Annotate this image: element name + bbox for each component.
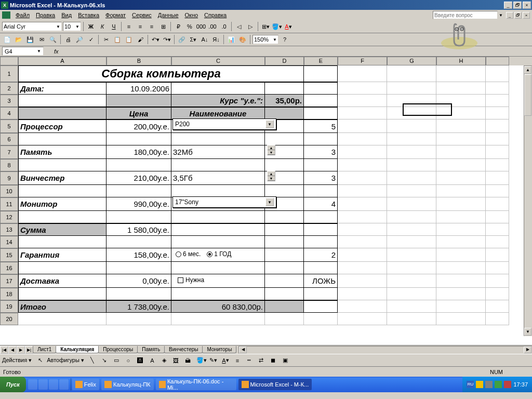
menu-file[interactable]: Файл bbox=[12, 11, 33, 19]
cell[interactable] bbox=[436, 171, 486, 185]
row-header[interactable]: 13 bbox=[0, 223, 18, 236]
chevron-down-icon[interactable]: ▼ bbox=[265, 198, 274, 206]
tray-icon[interactable] bbox=[476, 381, 483, 388]
clipart-tool[interactable]: 🖼 bbox=[171, 355, 181, 366]
sheet-tab[interactable]: Память bbox=[137, 346, 165, 353]
cell[interactable] bbox=[171, 82, 265, 95]
sort-asc[interactable]: А↓ bbox=[200, 34, 210, 45]
ql-icon[interactable] bbox=[59, 379, 69, 390]
cell[interactable] bbox=[304, 313, 338, 325]
borders-button[interactable]: ⊞▾ bbox=[260, 21, 271, 32]
cell[interactable]: 1 738,00у.е. bbox=[107, 300, 171, 313]
row-header[interactable]: 16 bbox=[0, 262, 18, 274]
cell[interactable]: Курс "у.е.": bbox=[171, 95, 265, 107]
cell[interactable] bbox=[436, 248, 486, 262]
cell[interactable] bbox=[171, 288, 265, 300]
textbox-tool[interactable]: 🅰 bbox=[135, 355, 145, 366]
cell[interactable] bbox=[304, 159, 338, 171]
cell[interactable] bbox=[486, 223, 509, 236]
cell[interactable] bbox=[436, 236, 486, 248]
cell[interactable] bbox=[436, 185, 486, 197]
cell[interactable] bbox=[387, 107, 436, 119]
lang-indicator[interactable]: RU bbox=[467, 381, 474, 388]
shadow-style[interactable]: ◼ bbox=[268, 355, 278, 366]
cell[interactable]: Наименование bbox=[171, 107, 265, 119]
cell[interactable] bbox=[436, 159, 486, 171]
doc-close[interactable]: × bbox=[523, 12, 530, 19]
cell[interactable]: Процессор bbox=[18, 119, 107, 133]
cell[interactable] bbox=[387, 145, 436, 159]
cell[interactable] bbox=[338, 159, 387, 171]
increase-decimal[interactable]: .00 bbox=[207, 21, 218, 32]
currency-button[interactable]: ₽ bbox=[173, 21, 183, 32]
cell[interactable] bbox=[265, 274, 304, 288]
warranty-6mo[interactable]: 6 мес. bbox=[176, 250, 201, 258]
cell[interactable]: Винчестер bbox=[18, 171, 107, 185]
cell[interactable] bbox=[387, 185, 436, 197]
paste-button[interactable]: 📋 bbox=[124, 34, 134, 45]
start-button[interactable]: Пуск bbox=[0, 377, 26, 392]
cell[interactable] bbox=[171, 262, 265, 274]
cell[interactable] bbox=[107, 95, 171, 107]
col-G[interactable]: G bbox=[387, 57, 436, 65]
cell[interactable] bbox=[265, 300, 304, 313]
cell[interactable] bbox=[436, 119, 486, 133]
tray-icon[interactable] bbox=[504, 381, 511, 388]
tab-prev[interactable]: ◀ bbox=[8, 346, 17, 354]
cell[interactable] bbox=[338, 133, 387, 145]
cell[interactable] bbox=[107, 236, 171, 248]
line-tool[interactable]: ╲ bbox=[87, 355, 98, 366]
col-B[interactable]: B bbox=[107, 57, 171, 65]
cell[interactable] bbox=[107, 159, 171, 171]
menu-tools[interactable]: Сервис bbox=[129, 11, 155, 19]
cell[interactable] bbox=[304, 288, 338, 300]
cell[interactable] bbox=[338, 171, 387, 185]
cell[interactable]: Память bbox=[18, 145, 107, 159]
menu-insert[interactable]: Вставка bbox=[75, 11, 102, 19]
copy-button[interactable]: 📋 bbox=[112, 34, 123, 45]
font-color-draw[interactable]: A▾ bbox=[220, 355, 231, 366]
help-button[interactable]: ? bbox=[280, 34, 290, 45]
cell[interactable] bbox=[486, 107, 509, 119]
cell[interactable] bbox=[486, 119, 509, 133]
cell[interactable] bbox=[387, 300, 436, 313]
cell[interactable] bbox=[387, 262, 436, 274]
cell[interactable] bbox=[486, 211, 509, 223]
comma-button[interactable]: 000 bbox=[196, 21, 206, 32]
cell[interactable] bbox=[171, 133, 265, 145]
cell[interactable] bbox=[304, 300, 338, 313]
cell[interactable] bbox=[338, 82, 387, 95]
cell[interactable]: 990,00у.е. bbox=[107, 197, 171, 211]
cell[interactable] bbox=[304, 133, 338, 145]
arrow-tool[interactable]: ↘ bbox=[99, 355, 110, 366]
cell[interactable] bbox=[18, 107, 107, 119]
cell[interactable]: Монитор bbox=[18, 197, 107, 211]
cell[interactable]: Доставка bbox=[18, 274, 107, 288]
ql-icon[interactable] bbox=[38, 379, 48, 390]
cell[interactable]: 158,00у.е. bbox=[107, 248, 171, 262]
cell[interactable] bbox=[107, 262, 171, 274]
cell[interactable] bbox=[18, 95, 107, 107]
cell[interactable]: 2 bbox=[304, 248, 338, 262]
cell[interactable] bbox=[486, 133, 509, 145]
search-button[interactable]: 🔍 bbox=[48, 34, 58, 45]
align-center[interactable]: ≡ bbox=[135, 21, 145, 32]
cell[interactable] bbox=[486, 145, 509, 159]
cell[interactable] bbox=[265, 236, 304, 248]
cell[interactable]: 180,00у.е. bbox=[107, 145, 171, 159]
wordart-tool[interactable]: A bbox=[147, 355, 157, 366]
memory-spinner[interactable]: ▲▼ bbox=[267, 145, 275, 155]
line-color[interactable]: ✎▾ bbox=[208, 355, 219, 366]
sort-desc[interactable]: Я↓ bbox=[211, 34, 221, 45]
cell[interactable]: 4 bbox=[304, 197, 338, 211]
tray-icon[interactable] bbox=[485, 381, 493, 388]
cell[interactable]: 3,5Гб bbox=[171, 171, 265, 185]
tab-last[interactable]: ▶| bbox=[25, 346, 33, 354]
cell[interactable] bbox=[486, 159, 509, 171]
processor-dropdown[interactable]: P200▼ bbox=[172, 118, 276, 130]
cell[interactable]: 3 bbox=[304, 145, 338, 159]
cell[interactable] bbox=[265, 185, 304, 197]
ask-input[interactable] bbox=[433, 11, 498, 19]
cell[interactable] bbox=[486, 171, 509, 185]
cell[interactable] bbox=[387, 236, 436, 248]
